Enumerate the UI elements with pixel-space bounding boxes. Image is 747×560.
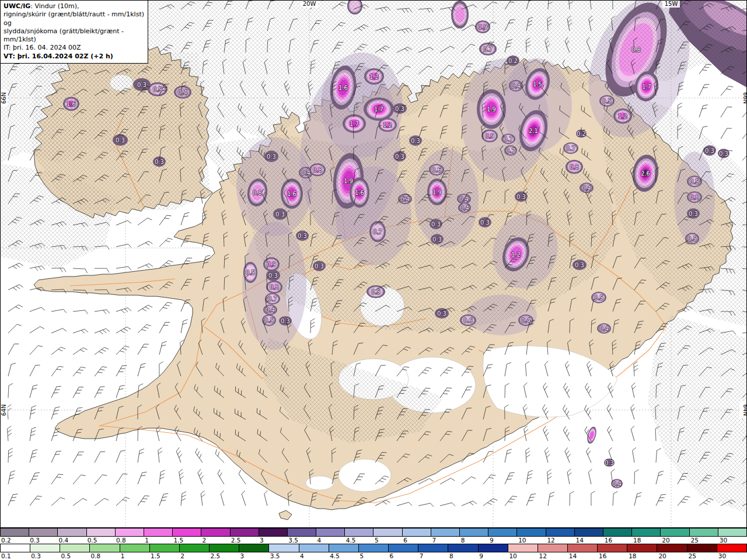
colorbar-segment — [690, 528, 718, 536]
precip-value-label: 0.8 — [313, 167, 322, 173]
precip-value-label: 0.4 — [301, 170, 310, 176]
colorbar-segment — [460, 528, 488, 536]
colorbar-segment — [231, 528, 259, 536]
latitude-label: 66N — [1, 92, 7, 104]
latitude-label: 64N — [742, 404, 747, 416]
colorbar-segment — [299, 544, 329, 552]
colorbar-segment — [288, 528, 316, 536]
infobox-line-1: UWC/IG: Vindur (10m), — [4, 2, 145, 10]
precip-value-label: 0.3 — [298, 233, 307, 239]
colorbar-segment — [87, 528, 116, 536]
colorbar-segment — [201, 528, 230, 536]
precip-value-label: 0.3 — [281, 318, 290, 324]
precip-value-label: 0.8 — [690, 194, 699, 201]
colorbar-segment — [538, 544, 568, 552]
colorbar-tick-label: 6 — [390, 552, 394, 559]
precip-value-label: 0.4 — [178, 89, 187, 96]
weather-map-screen: 1.60.30.50.40.30.30.90.70.20.41.51.90.90… — [0, 0, 747, 560]
infobox-line-3: slydda/snjókoma (grátt/bleikt/grænt - mm… — [4, 27, 145, 44]
precip-value-label: 0.4 — [266, 307, 275, 313]
precip-value-label: 1.9 — [432, 189, 442, 195]
colorbar-tick-label: 4.5 — [330, 552, 340, 559]
precip-value-label: 0.8 — [570, 164, 579, 170]
colorbar-tick-label: 20 — [658, 552, 666, 559]
colorbar-segment — [403, 528, 431, 536]
colorbar-segment — [488, 528, 517, 536]
colorbar-segment — [568, 544, 598, 552]
colorbar-segment — [718, 528, 746, 536]
precip-value-label: 1.6 — [355, 190, 364, 196]
colorbar-tick-label: 8 — [461, 537, 465, 544]
precip-value-label: 0.3 — [605, 460, 614, 466]
colorbar-tick-label: 0.8 — [116, 537, 126, 544]
colorbar-segment — [717, 544, 746, 552]
colorbar-strip — [0, 544, 747, 552]
precip-value-label: 0.3 — [155, 159, 164, 165]
precip-value-label: 0.2 — [577, 131, 586, 137]
precip-value-label: 0.3 — [315, 263, 324, 270]
colorbar-tick-label: 0.4 — [59, 537, 69, 544]
colorbar-segment — [603, 528, 632, 536]
colorbar-tick-label: 0.8 — [91, 552, 101, 559]
rain-showers-scale: 0.10.30.50.811.522.533.544.5567891012141… — [0, 544, 747, 559]
precip-value-label: 0.7 — [566, 145, 575, 152]
precip-value-label: 2.6 — [641, 170, 650, 177]
colorbar-segment — [431, 528, 460, 536]
colorbar-tick-label: 5 — [375, 537, 379, 544]
colorbar-segment — [1, 528, 29, 536]
precip-value-label: 0.7 — [506, 148, 515, 154]
colorbar-strip — [0, 528, 747, 537]
colorbar-segment — [517, 528, 546, 536]
precip-value-label: 1.2 — [511, 251, 521, 258]
infobox-line-4: IT: þri. 16. 04. 2024 00Z — [4, 44, 145, 52]
precip-value-label: 0.3 — [705, 148, 714, 154]
infobox-line-2: rigning/skúrir (grænt/blátt/rautt - mm/1… — [4, 10, 145, 27]
colorbar-segment — [316, 528, 345, 536]
precip-value-label: 0.5 — [690, 178, 699, 185]
colorbar-tick-label: 0.2 — [1, 537, 11, 544]
colorbar-tick-label: 9 — [490, 537, 494, 544]
precip-value-label: 0.3 — [431, 221, 441, 228]
colorbar-tick-label: 3.5 — [288, 537, 298, 544]
colorbar-tick-label: 14 — [576, 537, 584, 544]
colorbar-segment — [259, 528, 288, 536]
sleet-snow-scale: 0.20.30.40.50.811.522.533.544.5567891012… — [0, 528, 747, 544]
colorbar-segment — [418, 544, 448, 552]
precip-value-label: 0.3 — [516, 194, 526, 200]
colorbar-segment — [210, 544, 239, 552]
colorbar-tick-label: 20 — [662, 537, 669, 544]
colorbar-segment — [60, 544, 90, 552]
colorbar-segment — [546, 528, 575, 536]
precip-value-label: 0.5 — [594, 295, 603, 301]
precip-value-label: 2.1 — [529, 128, 538, 134]
precip-value-label: 1.7 — [350, 121, 359, 127]
colorbar-tick-label: 30 — [718, 552, 726, 559]
colorbar-segment — [1, 544, 30, 552]
precip-value-label: 0.5 — [264, 317, 274, 324]
precip-value-label: 0.9 — [478, 24, 487, 30]
precip-value-label: 0.8 — [253, 190, 262, 196]
precip-value-label: 0.7 — [268, 296, 277, 302]
colorbar-segment — [508, 544, 538, 552]
precip-value-label: 0.3 — [268, 272, 278, 279]
colorbar-segment — [144, 528, 173, 536]
precip-value-label: 0.3 — [275, 211, 285, 218]
colorbar-segment — [575, 528, 603, 536]
colorbar-tick-label: 0.3 — [31, 552, 41, 559]
precip-value-label: 0.6 — [432, 167, 441, 173]
colorbar-segment — [30, 544, 60, 552]
product-title: UWC/IG — [4, 2, 30, 10]
colorbar-tick-label: 0.5 — [88, 537, 97, 544]
colorbar-segment — [479, 544, 508, 552]
colorbar-segment — [448, 544, 478, 552]
colorbar-segment — [29, 528, 58, 536]
colorbar-tick-label: 8 — [449, 552, 453, 559]
colorbar-tick-label: 16 — [605, 537, 612, 544]
colorbar-tick-label: 4.5 — [346, 537, 356, 544]
precip-value-label: 0.8 — [270, 284, 279, 290]
precip-value-label: 0.4 — [582, 185, 591, 191]
precip-value-label: 0.4 — [612, 481, 622, 487]
precip-value-label: 1.2 — [383, 122, 392, 128]
colorbar-tick-label: 16 — [599, 552, 606, 559]
colorbar-segment — [116, 528, 144, 536]
